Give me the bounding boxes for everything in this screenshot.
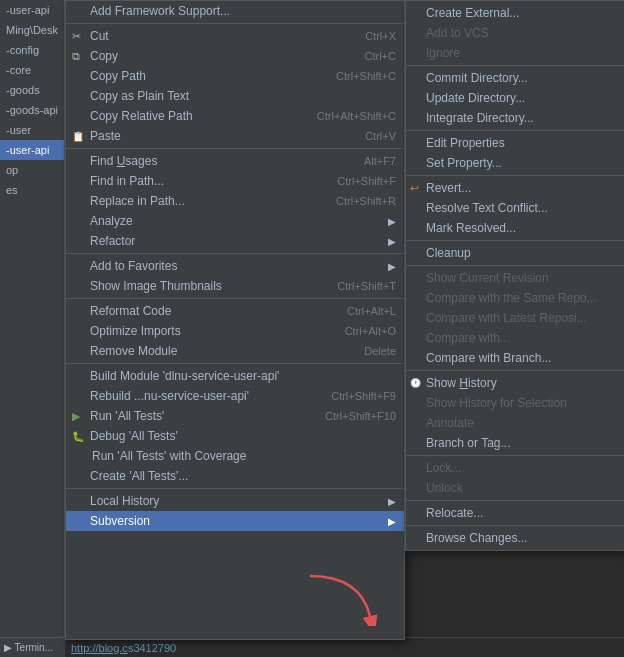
right-sep-7 bbox=[406, 455, 624, 456]
sidebar-item-op[interactable]: op bbox=[0, 160, 64, 180]
sidebar-item-config[interactable]: -config bbox=[0, 40, 64, 60]
menu-item-revert[interactable]: ↩ Revert... bbox=[406, 178, 624, 198]
sidebar: -user-api Ming\Desk -config -core -goods… bbox=[0, 0, 65, 657]
url-bar: http://blog.c s3412790 bbox=[65, 637, 624, 657]
right-context-menu: Create External... Add to VCS Ignore Com… bbox=[405, 0, 624, 551]
sidebar-item-goods[interactable]: -goods bbox=[0, 80, 64, 100]
menu-item-update-dir[interactable]: Update Directory... bbox=[406, 88, 624, 108]
menu-item-commit-dir[interactable]: Commit Directory... bbox=[406, 68, 624, 88]
sidebar-item-user[interactable]: -user bbox=[0, 120, 64, 140]
menu-item-find-usages[interactable]: Find Usages Alt+F7 bbox=[66, 151, 404, 171]
sidebar-item-es[interactable]: es bbox=[0, 180, 64, 200]
menu-item-copy[interactable]: ⧉ Copy Ctrl+C bbox=[66, 46, 404, 66]
left-context-menu: Add Framework Support... ✂ Cut Ctrl+X ⧉ … bbox=[65, 0, 405, 640]
sidebar-item-goods-api[interactable]: -goods-api bbox=[0, 100, 64, 120]
sidebar-item-user-api-1[interactable]: -user-api bbox=[0, 0, 64, 20]
menu-item-copy-path[interactable]: Copy Path Ctrl+Shift+C bbox=[66, 66, 404, 86]
menu-item-compare-latest: Compare with Latest Reposi... bbox=[406, 308, 624, 328]
terminal-label: ▶ Termin... bbox=[4, 642, 53, 653]
right-sep-4 bbox=[406, 240, 624, 241]
menu-item-compare-same: Compare with the Same Repo... bbox=[406, 288, 624, 308]
menu-item-cleanup[interactable]: Cleanup bbox=[406, 243, 624, 263]
menu-item-compare-branch[interactable]: Compare with Branch... bbox=[406, 348, 624, 368]
url-suffix: s3412790 bbox=[128, 642, 176, 654]
right-sep-6 bbox=[406, 370, 624, 371]
menu-item-build-module[interactable]: Build Module 'dlnu-service-user-api' bbox=[66, 366, 404, 386]
copy-icon: ⧉ bbox=[72, 50, 80, 63]
run-icon: ▶ bbox=[72, 410, 80, 423]
menu-item-refactor[interactable]: Refactor ▶ bbox=[66, 231, 404, 251]
menu-item-show-history[interactable]: 🕐 Show History bbox=[406, 373, 624, 393]
right-sep-3 bbox=[406, 175, 624, 176]
right-sep-9 bbox=[406, 525, 624, 526]
separator-3 bbox=[66, 253, 404, 254]
refactor-arrow-icon: ▶ bbox=[388, 236, 396, 247]
menu-item-analyze[interactable]: Analyze ▶ bbox=[66, 211, 404, 231]
menu-item-remove-module[interactable]: Remove Module Delete bbox=[66, 341, 404, 361]
right-sep-8 bbox=[406, 500, 624, 501]
menu-item-reformat[interactable]: Reformat Code Ctrl+Alt+L bbox=[66, 301, 404, 321]
separator-6 bbox=[66, 488, 404, 489]
url-text: http://blog.c bbox=[71, 642, 128, 654]
menu-item-show-current: Show Current Revision bbox=[406, 268, 624, 288]
revert-icon: ↩ bbox=[410, 182, 419, 195]
menu-item-lock: Lock... bbox=[406, 458, 624, 478]
menu-item-show-history-sel: Show History for Selection bbox=[406, 393, 624, 413]
separator-4 bbox=[66, 298, 404, 299]
menu-item-create-external[interactable]: Create External... bbox=[406, 3, 624, 23]
menu-item-browse-changes[interactable]: Browse Changes... bbox=[406, 528, 624, 548]
menu-item-show-image[interactable]: Show Image Thumbnails Ctrl+Shift+T bbox=[66, 276, 404, 296]
menu-item-branch-tag[interactable]: Branch or Tag... bbox=[406, 433, 624, 453]
menu-item-find-in-path[interactable]: Find in Path... Ctrl+Shift+F bbox=[66, 171, 404, 191]
menu-item-annotate: Annotate bbox=[406, 413, 624, 433]
debug-icon: 🐛 bbox=[72, 431, 84, 442]
menu-item-run-tests[interactable]: ▶ Run 'All Tests' Ctrl+Shift+F10 bbox=[66, 406, 404, 426]
right-sep-5 bbox=[406, 265, 624, 266]
right-sep-1 bbox=[406, 65, 624, 66]
analyze-arrow-icon: ▶ bbox=[388, 216, 396, 227]
separator-2 bbox=[66, 148, 404, 149]
menu-item-compare-with: Compare with... bbox=[406, 328, 624, 348]
menu-item-add-vcs: Add to VCS bbox=[406, 23, 624, 43]
separator-5 bbox=[66, 363, 404, 364]
menu-item-mark-resolved[interactable]: Mark Resolved... bbox=[406, 218, 624, 238]
menu-item-paste[interactable]: 📋 Paste Ctrl+V bbox=[66, 126, 404, 146]
sidebar-item-user-api-2[interactable]: -user-api bbox=[0, 140, 64, 160]
paste-icon: 📋 bbox=[72, 131, 84, 142]
menu-item-run-coverage[interactable]: Run 'All Tests' with Coverage bbox=[66, 446, 404, 466]
sidebar-item-ming-desk[interactable]: Ming\Desk bbox=[0, 20, 64, 40]
menu-item-optimize[interactable]: Optimize Imports Ctrl+Alt+O bbox=[66, 321, 404, 341]
cut-icon: ✂ bbox=[72, 30, 81, 43]
history-icon: 🕐 bbox=[410, 378, 421, 388]
separator-1 bbox=[66, 23, 404, 24]
menu-item-cut[interactable]: ✂ Cut Ctrl+X bbox=[66, 26, 404, 46]
menu-item-create-tests[interactable]: Create 'All Tests'... bbox=[66, 466, 404, 486]
menu-item-relocate[interactable]: Relocate... bbox=[406, 503, 624, 523]
menu-item-copy-relative[interactable]: Copy Relative Path Ctrl+Alt+Shift+C bbox=[66, 106, 404, 126]
favorites-arrow-icon: ▶ bbox=[388, 261, 396, 272]
menu-item-add-framework[interactable]: Add Framework Support... bbox=[66, 1, 404, 21]
menu-item-integrate-dir[interactable]: Integrate Directory... bbox=[406, 108, 624, 128]
menu-item-unlock: Unlock bbox=[406, 478, 624, 498]
menu-item-edit-props[interactable]: Edit Properties bbox=[406, 133, 624, 153]
menu-item-resolve-conflict[interactable]: Resolve Text Conflict... bbox=[406, 198, 624, 218]
menu-item-copy-plain[interactable]: Copy as Plain Text bbox=[66, 86, 404, 106]
menu-item-replace-in-path[interactable]: Replace in Path... Ctrl+Shift+R bbox=[66, 191, 404, 211]
right-sep-2 bbox=[406, 130, 624, 131]
subversion-arrow-icon: ▶ bbox=[388, 516, 396, 527]
sidebar-item-core[interactable]: -core bbox=[0, 60, 64, 80]
menu-item-add-favorites[interactable]: Add to Favorites ▶ bbox=[66, 256, 404, 276]
menu-item-debug-tests[interactable]: 🐛 Debug 'All Tests' bbox=[66, 426, 404, 446]
menu-item-local-history[interactable]: Local History ▶ bbox=[66, 491, 404, 511]
menu-item-rebuild-module[interactable]: Rebuild ...nu-service-user-api' Ctrl+Shi… bbox=[66, 386, 404, 406]
local-history-arrow-icon: ▶ bbox=[388, 496, 396, 507]
menu-item-ignore: Ignore bbox=[406, 43, 624, 63]
menu-item-subversion[interactable]: Subversion ▶ bbox=[66, 511, 404, 531]
arrow-indicator bbox=[300, 566, 380, 629]
terminal-bar[interactable]: ▶ Termin... bbox=[0, 637, 65, 657]
menu-item-set-prop[interactable]: Set Property... bbox=[406, 153, 624, 173]
